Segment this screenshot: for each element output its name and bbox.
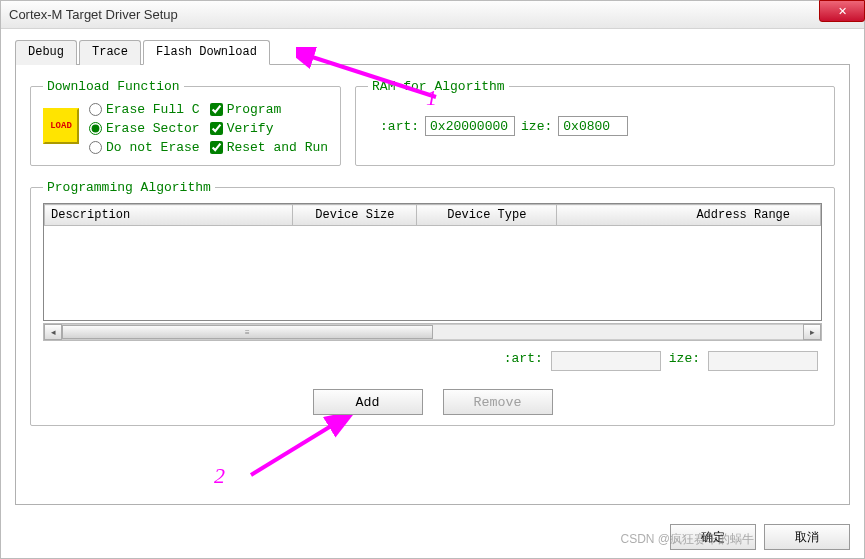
algorithm-action-buttons: Add Remove xyxy=(43,389,822,415)
check-verify-input[interactable] xyxy=(210,122,223,135)
tab-strip: Debug Trace Flash Download xyxy=(15,39,850,65)
table-header-row: Description Device Size Device Type Addr… xyxy=(45,205,821,226)
tab-debug[interactable]: Debug xyxy=(15,40,77,65)
ram-start-label: :art: xyxy=(380,119,419,134)
check-program[interactable]: Program xyxy=(210,102,328,117)
window-title: Cortex-M Target Driver Setup xyxy=(9,7,178,22)
check-reset-run-input[interactable] xyxy=(210,141,223,154)
alg-start-input xyxy=(551,351,661,371)
ram-size-input[interactable] xyxy=(558,116,628,136)
col-device-type[interactable]: Device Type xyxy=(417,205,557,226)
content-area: Debug Trace Flash Download Download Func… xyxy=(1,29,864,515)
titlebar: Cortex-M Target Driver Setup ✕ xyxy=(1,1,864,29)
options-check-group: Program Verify Reset and Run xyxy=(210,102,328,155)
radio-do-not-erase[interactable]: Do not Erase xyxy=(89,140,200,155)
close-icon: ✕ xyxy=(838,5,847,18)
remove-button: Remove xyxy=(443,389,553,415)
scroll-track[interactable]: ≡ xyxy=(62,324,803,340)
scroll-right-button[interactable]: ▸ xyxy=(803,324,821,340)
check-program-input[interactable] xyxy=(210,103,223,116)
erase-radio-group: Erase Full C Erase Sector Do not Erase xyxy=(89,102,200,155)
scroll-thumb[interactable]: ≡ xyxy=(62,325,433,339)
ram-start-input[interactable] xyxy=(425,116,515,136)
alg-size-label: ize: xyxy=(669,351,700,371)
radio-do-not-erase-input[interactable] xyxy=(89,141,102,154)
programming-algorithm-group: Programming Algorithm Description Device… xyxy=(30,180,835,426)
radio-erase-sector-input[interactable] xyxy=(89,122,102,135)
tab-panel-flash: Download Function LOAD Erase Full C Eras… xyxy=(15,65,850,505)
alg-start-label: :art: xyxy=(504,351,543,371)
programming-algorithm-legend: Programming Algorithm xyxy=(43,180,215,195)
download-function-legend: Download Function xyxy=(43,79,184,94)
check-verify[interactable]: Verify xyxy=(210,121,328,136)
ram-size-label: ize: xyxy=(521,119,552,134)
algorithm-range-inputs: :art: ize: xyxy=(43,351,822,371)
watermark-text: CSDN @疯狂赛车的蜗牛 xyxy=(620,531,754,548)
add-button[interactable]: Add xyxy=(313,389,423,415)
dialog-window: Cortex-M Target Driver Setup ✕ Debug Tra… xyxy=(0,0,865,559)
col-description[interactable]: Description xyxy=(45,205,293,226)
radio-erase-sector[interactable]: Erase Sector xyxy=(89,121,200,136)
tab-flash-download[interactable]: Flash Download xyxy=(143,40,270,65)
annotation-label-2: 2 xyxy=(214,463,225,489)
download-function-group: Download Function LOAD Erase Full C Eras… xyxy=(30,79,341,166)
check-reset-run[interactable]: Reset and Run xyxy=(210,140,328,155)
scroll-left-button[interactable]: ◂ xyxy=(44,324,62,340)
alg-size-input xyxy=(708,351,818,371)
svg-line-1 xyxy=(251,423,336,475)
radio-erase-full[interactable]: Erase Full C xyxy=(89,102,200,117)
col-device-size[interactable]: Device Size xyxy=(293,205,417,226)
cancel-button[interactable]: 取消 xyxy=(764,524,850,550)
radio-erase-full-input[interactable] xyxy=(89,103,102,116)
tab-trace[interactable]: Trace xyxy=(79,40,141,65)
ram-algorithm-group: RAM for Algorithm :art: ize: xyxy=(355,79,835,166)
close-button[interactable]: ✕ xyxy=(819,0,865,22)
horizontal-scrollbar[interactable]: ◂ ≡ ▸ xyxy=(43,323,822,341)
algorithm-table: Description Device Size Device Type Addr… xyxy=(44,204,821,226)
load-icon: LOAD xyxy=(43,108,79,144)
scroll-grip-icon: ≡ xyxy=(245,328,250,337)
algorithm-table-wrap: Description Device Size Device Type Addr… xyxy=(43,203,822,321)
col-address-range[interactable]: Address Range xyxy=(557,205,821,226)
ram-algorithm-legend: RAM for Algorithm xyxy=(368,79,509,94)
